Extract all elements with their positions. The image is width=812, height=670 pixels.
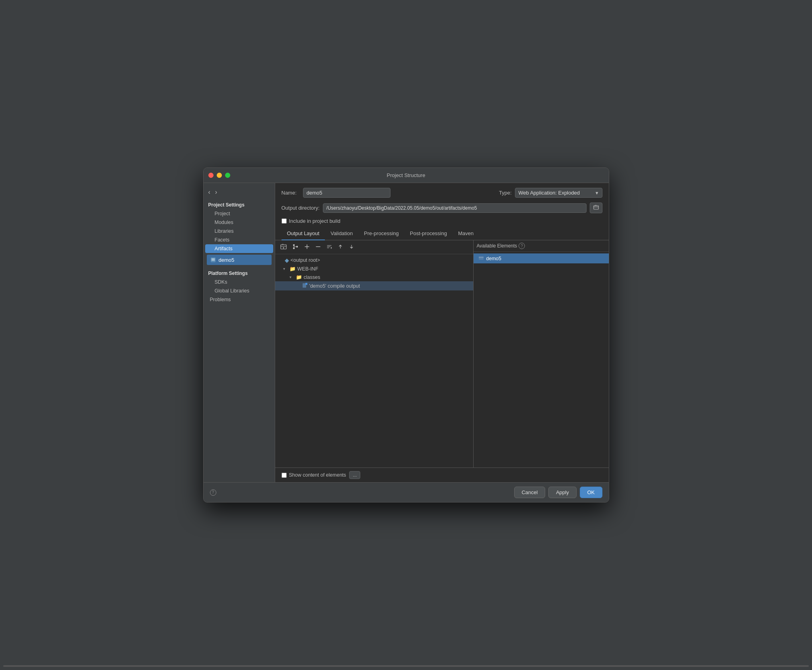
platform-settings-header: Platform Settings (204, 267, 275, 278)
folder-icon: 📁 (296, 274, 302, 280)
sidebar-item-global-libraries[interactable]: Global Libraries (205, 286, 273, 295)
add-button[interactable] (302, 243, 312, 251)
sort-button[interactable] (324, 243, 334, 251)
output-dir-label: Output directory: (282, 205, 320, 211)
tab-validation[interactable]: Validation (325, 227, 358, 240)
help-icon[interactable]: ? (519, 243, 525, 249)
tab-maven[interactable]: Maven (453, 227, 479, 240)
content-area: ◆ <output root> ▾ 📁 WEB-INF ▾ 📁 (275, 240, 609, 467)
tree-content[interactable]: ◆ <output root> ▾ 📁 WEB-INF ▾ 📁 (275, 254, 473, 467)
tab-output-layout[interactable]: Output Layout (282, 227, 325, 240)
output-dir-input[interactable] (323, 203, 587, 213)
tree-item-label: <output root> (291, 257, 320, 263)
footer: ? Cancel Apply OK (204, 482, 609, 502)
artifact-list-item-demo5[interactable]: demo5 (207, 255, 272, 265)
help-button[interactable]: ? (210, 489, 216, 496)
footer-left: ? (210, 489, 216, 496)
sidebar-item-sdks[interactable]: SDKs (205, 278, 273, 286)
titlebar: Project Structure (204, 168, 609, 183)
sidebar-item-facets[interactable]: Facets (205, 236, 273, 244)
tab-pre-processing[interactable]: Pre-processing (358, 227, 404, 240)
tree-panel: ◆ <output root> ▾ 📁 WEB-INF ▾ 📁 (275, 240, 474, 467)
tree-item-label: WEB-INF (297, 266, 319, 272)
back-button[interactable]: ‹ (207, 188, 212, 197)
tree-toolbar (275, 240, 473, 254)
view-tree-button[interactable] (290, 243, 301, 251)
tree-item-classes[interactable]: ▾ 📁 classes (275, 273, 473, 281)
chevron-down-icon: ▾ (289, 275, 294, 279)
cancel-button[interactable]: Cancel (514, 487, 545, 498)
diamond-icon: ◆ (285, 257, 289, 263)
browse-button[interactable] (590, 203, 602, 213)
close-button[interactable] (208, 173, 214, 178)
tree-item-compile-output[interactable]: 'demo5' compile output (275, 281, 473, 290)
compile-icon (302, 282, 308, 289)
svg-rect-5 (293, 244, 295, 246)
sidebar: ‹ › Project Settings Project Modules Lib… (204, 183, 275, 482)
move-up-button[interactable] (336, 243, 345, 251)
sidebar-item-project[interactable]: Project (205, 209, 273, 218)
svg-rect-7 (296, 246, 298, 247)
output-dir-row: Output directory: (275, 201, 609, 216)
chevron-down-icon: ▾ (283, 267, 288, 271)
type-label: Type: (499, 190, 512, 196)
include-in-build-label: Include in project build (289, 218, 340, 224)
available-item-demo5[interactable]: demo5 (474, 253, 609, 263)
remove-button[interactable] (313, 243, 323, 251)
apply-button[interactable]: Apply (548, 487, 577, 498)
available-item-icon (478, 255, 484, 262)
available-elements-label: Available Elements (477, 243, 517, 249)
artifact-icon (210, 257, 216, 263)
project-settings-header: Project Settings (204, 200, 275, 209)
type-select-wrapper: Web Application: Exploded ▼ (515, 188, 602, 198)
minimize-button[interactable] (217, 173, 222, 178)
project-structure-window: Project Structure ‹ › Project Settings P… (203, 168, 609, 502)
bottom-area: Show content of elements ... (275, 467, 609, 482)
show-content-checkbox[interactable] (282, 473, 287, 478)
window-title: Project Structure (387, 172, 425, 178)
tree-item-web-inf[interactable]: ▾ 📁 WEB-INF (275, 265, 473, 273)
create-folder-button[interactable] (278, 243, 289, 251)
available-elements-panel: Available Elements ? demo5 (474, 240, 609, 467)
traffic-lights (208, 173, 230, 178)
svg-rect-11 (305, 283, 307, 285)
move-down-button[interactable] (347, 243, 356, 251)
svg-rect-3 (594, 206, 598, 209)
available-item-label: demo5 (486, 256, 501, 261)
right-panel: Name: Type: Web Application: Exploded ▼ … (275, 183, 609, 482)
sidebar-navigation: ‹ › (204, 186, 275, 200)
svg-rect-6 (293, 247, 295, 249)
show-content-label[interactable]: Show content of elements (282, 472, 346, 478)
artifact-list-item-label: demo5 (219, 257, 235, 263)
sidebar-item-problems[interactable]: Problems (205, 295, 273, 304)
name-type-row: Name: Type: Web Application: Exploded ▼ (275, 183, 609, 201)
main-content: ‹ › Project Settings Project Modules Lib… (204, 183, 609, 482)
available-elements-header: Available Elements ? (474, 240, 609, 252)
folder-icon: 📁 (289, 266, 296, 272)
tab-post-processing[interactable]: Post-processing (404, 227, 453, 240)
forward-button[interactable]: › (214, 188, 219, 197)
tree-item-label: 'demo5' compile output (309, 283, 360, 289)
name-label: Name: (282, 190, 297, 196)
available-elements-list[interactable]: demo5 (474, 252, 609, 467)
include-in-build-checkbox[interactable] (282, 218, 287, 224)
svg-rect-1 (212, 259, 215, 259)
type-select[interactable]: Web Application: Exploded (515, 188, 602, 198)
name-input[interactable] (303, 188, 390, 198)
footer-right: Cancel Apply OK (514, 487, 602, 498)
sidebar-item-artifacts[interactable]: Artifacts (205, 244, 273, 253)
type-section: Type: Web Application: Exploded ▼ (499, 188, 602, 198)
sidebar-item-libraries[interactable]: Libraries (205, 227, 273, 236)
sidebar-item-modules[interactable]: Modules (205, 218, 273, 227)
tree-item-output-root[interactable]: ◆ <output root> (275, 256, 473, 265)
include-in-build-row: Include in project build (275, 216, 609, 227)
tree-item-label: classes (304, 275, 321, 280)
tabs-bar: Output Layout Validation Pre-processing … (275, 227, 609, 240)
svg-rect-2 (212, 260, 215, 261)
svg-rect-12 (479, 256, 484, 260)
maximize-button[interactable] (225, 173, 230, 178)
ok-button[interactable]: OK (580, 487, 602, 498)
dotdotdot-button[interactable]: ... (349, 471, 360, 479)
